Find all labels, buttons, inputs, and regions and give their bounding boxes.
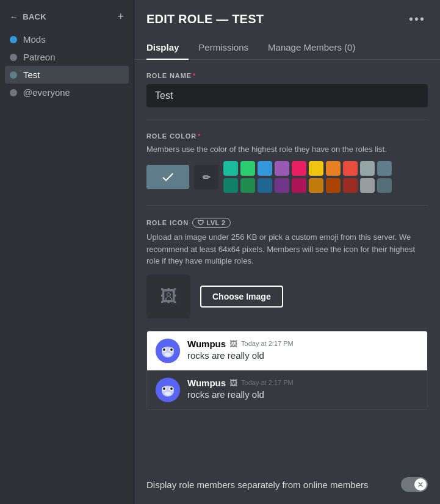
tab-display[interactable]: Display — [146, 36, 189, 60]
preview-content-light: Wumpus 🖼 Today at 2:17 PM rocks are real… — [187, 339, 419, 361]
divider-2 — [146, 205, 428, 206]
role-label-everyone: @everyone — [23, 87, 70, 98]
role-icon-label-row: ROLE ICON 🛡 LVL 2 — [146, 218, 428, 228]
role-label-mods: Mods — [23, 34, 46, 45]
color-swatch[interactable] — [275, 161, 289, 176]
color-picker-row: ✏ — [146, 161, 428, 193]
svg-point-5 — [170, 348, 173, 351]
required-star: * — [193, 72, 196, 79]
back-arrow-icon: ← — [10, 12, 18, 21]
selected-color-swatch[interactable] — [146, 165, 189, 189]
wumpus-avatar-dark — [156, 378, 180, 402]
avatar-light — [156, 339, 180, 363]
sidebar-item-everyone[interactable]: @everyone — [5, 84, 129, 101]
color-swatch[interactable] — [343, 178, 358, 193]
tab-bar: DisplayPermissionsManage Members (0) — [134, 36, 440, 60]
sidebar-item-test[interactable]: Test — [5, 66, 129, 84]
color-swatch[interactable] — [240, 178, 255, 193]
color-pencil-button[interactable]: ✏ — [194, 165, 218, 189]
color-swatch[interactable] — [240, 161, 255, 176]
pencil-icon: ✏ — [203, 171, 211, 183]
lvl-badge: 🛡 LVL 2 — [192, 218, 231, 228]
role-color-label: ROLE COLOR* — [146, 132, 428, 140]
role-label-patreon: Patreon — [23, 52, 56, 62]
color-row-2 — [223, 178, 392, 193]
color-swatch[interactable] — [377, 161, 392, 176]
content-area: ROLE NAME* ROLE COLOR* Members use the c… — [134, 60, 440, 477]
color-swatch[interactable] — [223, 178, 238, 193]
color-swatch[interactable] — [360, 161, 375, 176]
color-swatch[interactable] — [360, 178, 375, 193]
svg-point-6 — [165, 353, 171, 356]
role-icon-section: ROLE ICON 🛡 LVL 2 Upload an image under … — [146, 218, 428, 319]
color-swatch[interactable] — [223, 161, 238, 176]
color-swatch[interactable] — [258, 161, 272, 176]
role-dot-mods — [10, 36, 17, 43]
role-dot-everyone — [10, 89, 17, 96]
tab-permissions[interactable]: Permissions — [198, 36, 258, 60]
preview-name-row-light: Wumpus 🖼 Today at 2:17 PM — [187, 339, 419, 349]
preview-container: Wumpus 🖼 Today at 2:17 PM rocks are real… — [146, 331, 428, 410]
preview-icon-dark: 🖼 — [229, 378, 237, 387]
color-swatch[interactable] — [326, 161, 341, 176]
tab-list: DisplayPermissionsManage Members (0) — [146, 36, 375, 59]
role-name-label: ROLE NAME* — [146, 72, 428, 79]
color-description: Members use the color of the highest rol… — [146, 145, 428, 154]
color-swatch[interactable] — [309, 161, 323, 176]
role-name-section: ROLE NAME* — [146, 72, 428, 107]
color-swatch[interactable] — [377, 178, 392, 193]
color-swatch[interactable] — [275, 178, 289, 193]
role-list: Mods Patreon Test @everyone — [5, 31, 129, 101]
divider-1 — [146, 120, 428, 120]
more-options-button[interactable]: ••• — [406, 10, 428, 29]
preview-name-row-dark: Wumpus 🖼 Today at 2:17 PM — [187, 378, 419, 388]
role-name-input[interactable] — [146, 84, 428, 107]
display-toggle-label: Display role members separately from onl… — [146, 480, 368, 490]
sidebar-item-mods[interactable]: Mods — [5, 31, 129, 48]
preview-content-dark: Wumpus 🖼 Today at 2:17 PM rocks are real… — [187, 378, 419, 400]
preview-message-light: rocks are really old — [187, 350, 419, 361]
color-row-1 — [223, 161, 392, 176]
preview-icon-light: 🖼 — [229, 339, 237, 348]
svg-point-12 — [170, 387, 173, 390]
svg-point-4 — [163, 348, 165, 351]
add-photo-icon: 🖼 — [160, 286, 177, 306]
back-label: BACK — [23, 12, 46, 21]
preview-username-light: Wumpus — [187, 339, 226, 349]
preview-row-light: Wumpus 🖼 Today at 2:17 PM rocks are real… — [147, 331, 427, 370]
color-swatch[interactable] — [258, 178, 272, 193]
main-header: EDIT ROLE — TEST ••• — [134, 0, 440, 29]
role-dot-patreon — [10, 54, 17, 61]
svg-point-13 — [165, 392, 171, 395]
back-button[interactable]: ← BACK + — [5, 7, 129, 26]
avatar-dark — [156, 378, 180, 402]
preview-timestamp-light: Today at 2:17 PM — [241, 340, 294, 347]
role-icon-label: ROLE ICON — [146, 219, 189, 226]
x-icon — [417, 481, 424, 488]
preview-row-dark: Wumpus 🖼 Today at 2:17 PM rocks are real… — [147, 370, 427, 409]
choose-image-button[interactable]: Choose Image — [200, 286, 283, 308]
color-swatch[interactable] — [326, 178, 341, 193]
preview-message-dark: rocks are really old — [187, 389, 419, 400]
icon-upload-area: 🖼 Choose Image — [146, 275, 428, 319]
add-role-button[interactable]: + — [117, 11, 124, 22]
page-title: EDIT ROLE — TEST — [146, 12, 264, 26]
display-toggle-section: Display role members separately from onl… — [134, 477, 440, 504]
svg-point-11 — [163, 387, 165, 390]
color-swatch[interactable] — [309, 178, 323, 193]
required-star-color: * — [198, 132, 201, 140]
icon-placeholder: 🖼 — [146, 275, 190, 319]
wumpus-avatar-light — [156, 339, 180, 363]
color-grid — [223, 161, 392, 193]
preview-timestamp-dark: Today at 2:17 PM — [241, 379, 294, 386]
preview-username-dark: Wumpus — [187, 378, 226, 388]
toggle-knob — [414, 478, 427, 491]
color-swatch[interactable] — [292, 178, 306, 193]
color-swatch[interactable] — [343, 161, 358, 176]
display-toggle[interactable] — [401, 477, 428, 492]
color-swatch[interactable] — [292, 161, 306, 176]
checkmark-icon — [162, 171, 174, 183]
role-dot-test — [10, 71, 17, 79]
tab-manage_members[interactable]: Manage Members (0) — [268, 36, 365, 60]
sidebar-item-patreon[interactable]: Patreon — [5, 48, 129, 66]
